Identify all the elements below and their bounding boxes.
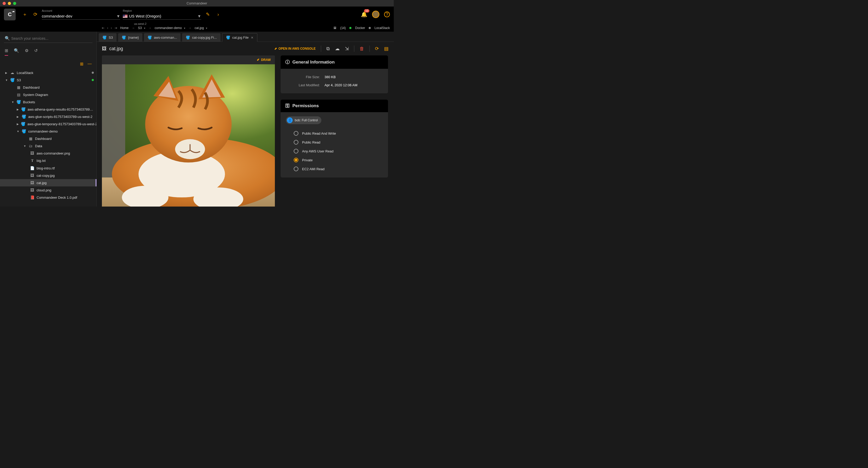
collapse-tree-button[interactable]: — [88,61,92,66]
card-body: File Size: 380 KB Last Modified: Apr 4, … [281,69,388,93]
history-tab[interactable]: ↺ [34,48,38,56]
tab-cat-jpg[interactable]: 🪣cat.jpg File✕ [222,33,257,42]
radio-ec2-ami-read[interactable]: EC2 AMI Read [294,165,383,173]
nav-back-button[interactable]: ‹ [107,26,108,30]
text-icon: 𝐓 [30,158,34,163]
tab-aws-commandeer[interactable]: 🪣aws-comman... [144,33,181,41]
caret-down-icon: ▼ [24,145,26,147]
tree-label: blog-intro.rtf [37,166,55,170]
tree-item-file[interactable]: 🖼 cat-copy.jpg [0,172,96,179]
localstack-label: LocalStack [374,26,390,30]
download-button[interactable]: ☁ [335,46,340,52]
account-select[interactable]: commandeer-dev ▼ [42,13,120,20]
permission-chip[interactable]: 👤 bob: Full Control [286,116,321,124]
radio-public-read-write[interactable]: Public Read And Write [294,129,383,138]
add-button[interactable]: ＋ [21,11,29,18]
edit-button[interactable]: ✎ [204,11,212,17]
notifications-button[interactable]: 🔔 10 [361,11,367,18]
nav-first-button[interactable]: ⇤ [102,26,104,30]
copy-button[interactable]: ⧉ [327,46,330,52]
info-row-last-modified: Last Modified: Apr 4, 2020 12:06 AM [286,81,383,89]
open-in-aws-console-button[interactable]: ⬈ OPEN IN AWS CONSOLE [274,47,316,51]
tree-item-file[interactable]: 📄 blog-intro.rtf [0,165,96,172]
tree-item-bucket[interactable]: ▶ 🪣 aws-glue-temporary-817573403789-us-w… [0,120,96,127]
tree-item-folder-data[interactable]: ▼ 🗂 Data [0,142,96,150]
tree-item-localstack[interactable]: ▶ ☁ LocalStack [0,69,96,76]
user-avatar[interactable] [372,11,379,18]
nav-forward-button[interactable]: › [111,26,112,30]
tree-item-buckets[interactable]: ▼ 🪣 Buckets [0,98,96,106]
move-button[interactable]: ⇲ [345,46,349,52]
tree-label: Data [35,144,42,148]
app-logo[interactable]: C☁ [4,9,16,20]
search-input[interactable] [4,34,93,43]
draw-button[interactable]: ✐ DRAW [257,58,271,62]
pdf-icon: 📕 [30,195,34,200]
radio-label: Public Read [302,140,320,144]
tab-cat-copy[interactable]: 🪣cat-copy.jpg Fi... [182,33,220,41]
breadcrumb-bucket[interactable]: commandeer-demo▾ [155,26,185,30]
expand-tree-button[interactable]: ⊞ [80,61,83,66]
scribble-icon: ✐ [257,58,259,62]
tree-item-dashboard[interactable]: ▦ Dashboard [0,84,96,91]
general-information-card: ⓘ General Information File Size: 380 KB … [281,55,388,93]
radio-any-aws-user-read[interactable]: Any AWS User Read [294,147,383,155]
tree-item-file[interactable]: 🖼 cloud.png [0,186,96,194]
bucket-icon: 🪣 [122,35,126,39]
tree-item-file[interactable]: 𝐓 big.txt [0,157,96,165]
tree-item-file[interactable]: 📕 Commandeer Deck 1.0.pdf [0,194,96,201]
nav-last-button[interactable]: ⇥ [115,26,117,30]
tree-item-bucket[interactable]: ▶ 🪣 aws-glue-scripts-817573403789-us-wes… [0,113,96,120]
breadcrumb-file[interactable]: cat.jpg▾ [195,26,207,30]
image-preview[interactable] [102,64,275,207]
breadcrumb-status: 🏛 (14) Docker LocalStack [333,26,390,30]
image-icon: 🖼 [30,188,34,192]
tree-label: LocalStack [17,71,33,75]
tree-item-bucket-dashboard[interactable]: ▦ Dashboard [0,135,96,142]
info-pane: ⓘ General Information File Size: 380 KB … [280,55,389,207]
radio-private[interactable]: Private [294,155,383,165]
info-label: File Size: [286,75,320,79]
refresh-button[interactable]: ⟳ [31,11,39,17]
minimize-window-button[interactable] [8,2,11,5]
service-tree: ▶ ☁ LocalStack ▼ 🪣 S3 ▦ Dashboard ▤ Syst… [0,69,96,207]
breadcrumb-home[interactable]: Home [120,26,129,30]
help-button[interactable]: ? [384,11,390,17]
maximize-window-button[interactable] [13,2,16,5]
tree-item-bucket[interactable]: ▶ 🪣 aws-athena-query-results-81757340378… [0,106,96,113]
tree-label: cloud.png [37,188,51,192]
region-select[interactable]: US West (Oregon) ▼ [123,13,201,20]
close-tab-button[interactable]: ✕ [251,36,253,39]
status-count: (14) [340,26,346,30]
radio-label: EC2 AMI Read [302,167,324,171]
panel-button[interactable]: ▤ [384,46,389,52]
refresh-file-button[interactable]: ⟳ [375,46,379,52]
content: 🪣S3 🪣{name} 🪣aws-comman... 🪣cat-copy.jpg… [97,32,394,207]
tree-view-tab[interactable]: ⊞ [5,48,8,56]
account-field: Account commandeer-dev ▼ [42,9,120,20]
delete-button[interactable]: 🗑 [360,46,364,52]
settings-tab[interactable]: ⚙ [25,48,29,56]
radio-public-read[interactable]: Public Read [294,138,383,147]
forward-button[interactable]: › [214,12,222,17]
divider [369,46,370,52]
tree-item-bucket-commandeer-demo[interactable]: ▼ 🪣 commandeer-demo [0,127,96,135]
bucket-icon: 🪣 [16,100,21,104]
tab-name[interactable]: 🪣{name} [118,33,143,41]
tab-s3[interactable]: 🪣S3 [99,33,117,41]
tree-label: commandeer-demo [28,129,58,133]
close-window-button[interactable] [3,2,6,5]
breadcrumb-service[interactable]: S3▾ [138,26,145,30]
tree-item-file[interactable]: 🖼 aws-commandeer.png [0,150,96,157]
tree-label: Buckets [23,100,35,104]
search-tab[interactable]: 🔍 [14,48,19,56]
notification-badge: 10 [364,9,369,12]
tree-item-s3[interactable]: ▼ 🪣 S3 [0,76,96,84]
divider [321,46,321,52]
info-icon: ⓘ [285,59,290,65]
caret-down-icon: ▼ [5,79,8,82]
tree-item-system-diagram[interactable]: ▤ System Diagram [0,91,96,98]
cloud-icon: ☁ [10,70,14,75]
image-icon: 🖼 [102,46,106,52]
tree-item-file-selected[interactable]: 🖼 cat.jpg [0,179,96,186]
